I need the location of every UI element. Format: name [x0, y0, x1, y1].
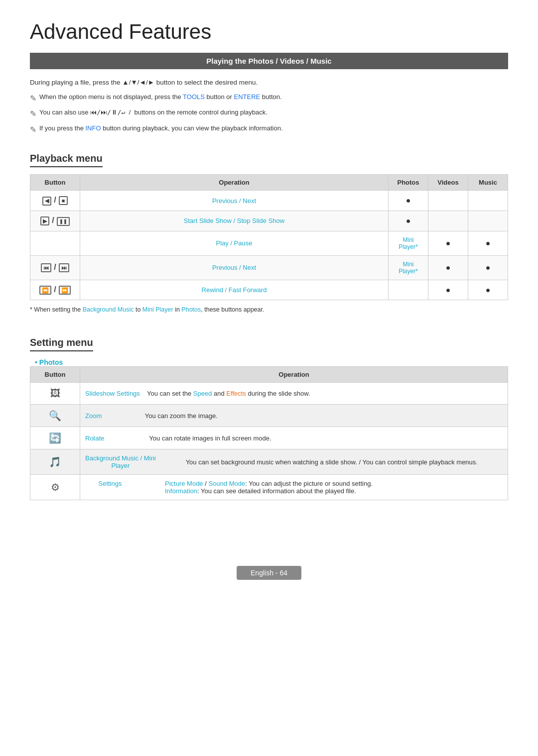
- col-music: Music: [468, 175, 508, 191]
- intro-main-text: During playing a file, press the ▲/▼/◄/►…: [30, 77, 508, 88]
- table-row: ⏮ / ⏭ Previous / Next Mini Player* ● ●: [30, 255, 508, 280]
- music-4: ●: [468, 255, 508, 280]
- setting-btn-1: 🖼: [30, 383, 80, 405]
- note-icon-1: ✎: [30, 92, 36, 105]
- setting-op-1: Slideshow Settings You can set the Speed…: [80, 383, 508, 405]
- table-row: ◀ / ■ Previous / Next ●: [30, 191, 508, 211]
- videos-4: ●: [428, 255, 468, 280]
- table-row: ▶ / ❚❚ Start Slide Show / Stop Slide Sho…: [30, 211, 508, 231]
- setting-btn-4: 🎵: [30, 449, 80, 475]
- op-4: Previous / Next: [80, 255, 389, 280]
- btn-icon-1: ◀ / ■: [30, 191, 80, 211]
- setting-btn-2: 🔍: [30, 405, 80, 427]
- setting-row-3: 🔄 Rotate You can rotate images in full s…: [30, 427, 508, 449]
- table-row: ⏪ / ⏩ Rewind / Fast Forward ● ●: [30, 280, 508, 300]
- section-header: Playing the Photos / Videos / Music: [30, 53, 508, 69]
- table-row: Play / Pause Mini Player* ● ●: [30, 231, 508, 255]
- setting-op-4: Background Music / MiniPlayer You can se…: [80, 449, 508, 475]
- note-icon-3: ✎: [30, 123, 36, 136]
- op-1: Previous / Next: [80, 191, 389, 211]
- music-3: ●: [468, 231, 508, 255]
- playback-menu-heading: Playback menu: [30, 153, 103, 167]
- op-5: Rewind / Fast Forward: [80, 280, 389, 300]
- music-1: [468, 191, 508, 211]
- photos-3: Mini Player*: [389, 231, 428, 255]
- op-3: Play / Pause: [80, 231, 389, 255]
- videos-2: [428, 211, 468, 231]
- note-icon-2: ✎: [30, 108, 36, 120]
- col-photos: Photos: [389, 175, 428, 191]
- op-2: Start Slide Show / Stop Slide Show: [80, 211, 389, 231]
- btn-icon-4: ⏮ / ⏭: [30, 255, 80, 280]
- photos-section: • Photos: [30, 358, 508, 366]
- setting-op-2: Zoom You can zoom the image.: [80, 405, 508, 427]
- photos-4: Mini Player*: [389, 255, 428, 280]
- note-3: ✎ If you press the INFO button during pl…: [30, 123, 508, 136]
- setting-col-button: Button: [30, 367, 80, 383]
- music-5: ●: [468, 280, 508, 300]
- setting-btn-5: ⚙: [30, 475, 80, 500]
- photos-5: [389, 280, 428, 300]
- videos-5: ●: [428, 280, 468, 300]
- note-1: ✎ When the option menu is not displayed,…: [30, 92, 508, 105]
- videos-3: ●: [428, 231, 468, 255]
- photos-label: • Photos: [35, 358, 508, 366]
- setting-row-1: 🖼 Slideshow Settings You can set the Spe…: [30, 383, 508, 405]
- btn-icon-3: [30, 231, 80, 255]
- col-operation: Operation: [80, 175, 389, 191]
- setting-row-4: 🎵 Background Music / MiniPlayer You can …: [30, 449, 508, 475]
- photos-1: ●: [389, 191, 428, 211]
- btn-icon-5: ⏪ / ⏩: [30, 280, 80, 300]
- col-videos: Videos: [428, 175, 468, 191]
- setting-col-operation: Operation: [80, 367, 508, 383]
- setting-row-2: 🔍 Zoom You can zoom the image.: [30, 405, 508, 427]
- note-2: ✎ You can also use ⏮/⏭/⏸/↵ / buttons on …: [30, 108, 508, 120]
- videos-1: [428, 191, 468, 211]
- setting-table: Button Operation 🖼 Slideshow Settings Yo…: [30, 366, 508, 500]
- playback-footnote: * When setting the Background Music to M…: [30, 306, 508, 313]
- playback-table: Button Operation Photos Videos Music ◀ /…: [30, 174, 508, 300]
- page-label: English - 64: [237, 566, 301, 580]
- setting-op-3: Rotate You can rotate images in full scr…: [80, 427, 508, 449]
- setting-op-5: Settings Picture Mode / Sound Mode: You …: [80, 475, 508, 500]
- setting-menu-heading: Setting menu: [30, 337, 93, 351]
- page-title: Advanced Features: [30, 20, 508, 44]
- col-button: Button: [30, 175, 80, 191]
- photos-2: ●: [389, 211, 428, 231]
- setting-row-5: ⚙ Settings Picture Mode / Sound Mode: Yo…: [30, 475, 508, 500]
- btn-icon-2: ▶ / ❚❚: [30, 211, 80, 231]
- setting-btn-3: 🔄: [30, 427, 80, 449]
- music-2: [468, 211, 508, 231]
